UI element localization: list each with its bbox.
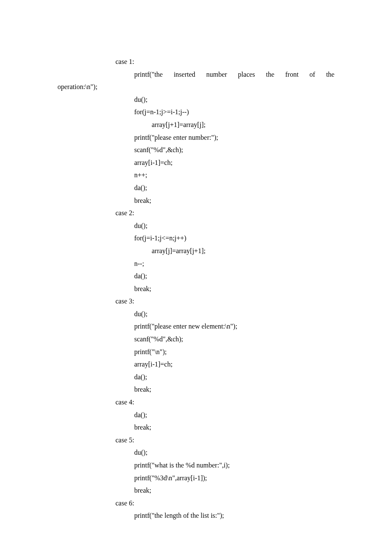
code-line: case 5: xyxy=(58,434,334,447)
code-line: printf("what is the %d number:",i); xyxy=(58,459,334,472)
code-line: da(); xyxy=(58,270,334,283)
code-line: du(); xyxy=(58,308,334,320)
code-line: n++; xyxy=(58,169,334,182)
code-line: du(); xyxy=(58,446,334,459)
code-line: operation:\n"); xyxy=(58,81,334,93)
code-line: da(); xyxy=(58,409,334,421)
code-line: break; xyxy=(58,421,334,434)
code-line: n--; xyxy=(58,257,334,270)
code-line: for(j=n-1;j>=i-1;j--) xyxy=(58,106,334,118)
code-line: printf("please enter number:"); xyxy=(58,131,334,144)
code-line: du(); xyxy=(58,93,334,106)
code-line: case 3: xyxy=(58,295,334,308)
code-line: da(); xyxy=(58,182,334,194)
code-line: array[i-1]=ch; xyxy=(58,358,334,371)
code-line: case 6: xyxy=(58,497,334,510)
code-line: break; xyxy=(58,194,334,207)
document-page: case 1:printf("theinsertednumberplacesth… xyxy=(0,0,392,554)
code-line: array[j]=array[j+1]; xyxy=(58,245,334,257)
code-line: case 4: xyxy=(58,396,334,409)
code-line: case 1: xyxy=(58,55,334,68)
code-line: printf("%3d\n",array[i-1]); xyxy=(58,472,334,485)
code-line: du(); xyxy=(58,219,334,232)
code-line: case 2: xyxy=(58,207,334,219)
code-line: scanf("%d",&ch); xyxy=(58,333,334,346)
code-line: array[j+1]=array[j]; xyxy=(58,118,334,131)
code-line: break; xyxy=(58,283,334,295)
code-line: printf("the length of the list is:"); xyxy=(58,509,334,522)
code-line: for(j=i-1;j<=n;j++) xyxy=(58,232,334,245)
code-line: da(); xyxy=(58,371,334,384)
code-line: printf("theinsertednumberplacesthefronto… xyxy=(58,68,334,81)
code-line: array[i-1]=ch; xyxy=(58,156,334,169)
code-line: scanf("%d",&ch); xyxy=(58,144,334,156)
code-line: printf("\n"); xyxy=(58,346,334,358)
code-line: break; xyxy=(58,383,334,396)
code-line: printf("please enter new element:\n"); xyxy=(58,320,334,333)
code-line: break; xyxy=(58,484,334,497)
